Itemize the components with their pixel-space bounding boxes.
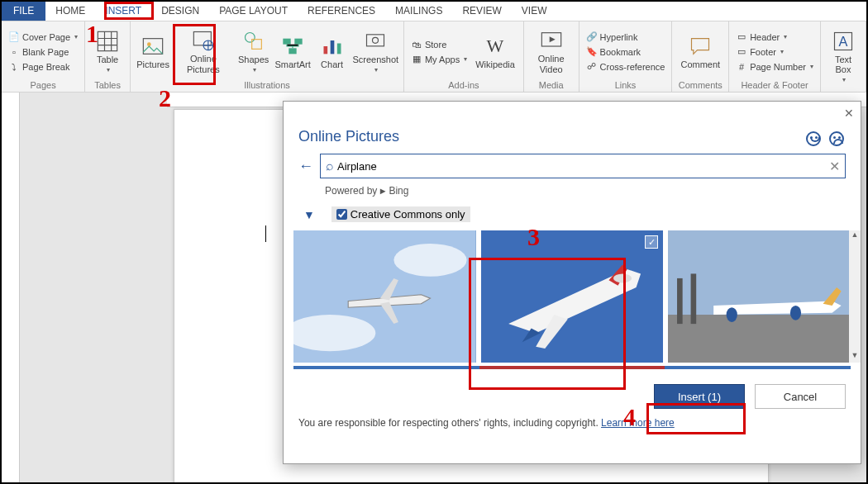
tab-design[interactable]: DESIGN	[151, 2, 209, 21]
pagenum-button[interactable]: #Page Number	[734, 60, 815, 74]
svg-rect-9	[289, 48, 296, 54]
header-icon: ▭	[736, 31, 747, 43]
myapps-icon: ▦	[411, 54, 422, 65]
table-icon	[96, 30, 119, 53]
textbox-icon: A	[832, 30, 855, 53]
blank-page-button[interactable]: ▫Blank Page	[7, 45, 79, 59]
group-label-pages: Pages	[5, 80, 81, 92]
chart-button[interactable]: Chart	[313, 23, 351, 80]
results-scrollbar[interactable]: ▲▼	[849, 230, 861, 363]
group-label-hf: Header & Footer	[732, 80, 817, 92]
close-icon[interactable]: ✕	[844, 107, 854, 120]
thumb-selected-icon: ✓	[645, 235, 658, 249]
smartart-button[interactable]: SmartArt	[273, 23, 313, 80]
group-label-tables: Tables	[88, 80, 126, 92]
myapps-button[interactable]: ▦My Apps	[409, 53, 469, 66]
comment-button[interactable]: Comment	[675, 23, 725, 80]
tab-insert[interactable]: INSERT	[95, 2, 151, 21]
cancel-button[interactable]: Cancel	[755, 384, 846, 409]
filter-icon[interactable]: ▼	[303, 208, 315, 221]
svg-rect-25	[677, 278, 683, 324]
result-thumb-2[interactable]: ✓	[481, 230, 664, 363]
screenshot-icon	[364, 30, 387, 53]
svg-rect-11	[330, 40, 334, 54]
feedback-happy-icon[interactable]	[806, 131, 821, 146]
tab-mailings[interactable]: MAILINGS	[385, 2, 452, 21]
online-pictures-button[interactable]: Online Pictures	[172, 23, 235, 80]
pictures-button[interactable]: Pictures	[134, 23, 172, 80]
screenshot-button[interactable]: Screenshot	[351, 23, 400, 80]
back-button[interactable]: ←	[298, 158, 313, 175]
blank-page-icon: ▫	[8, 46, 20, 58]
group-addins: 🛍Store ▦My Apps WWikipedia Add-ins	[404, 21, 524, 92]
crossref-icon: ☍	[586, 61, 598, 73]
tab-view[interactable]: VIEW	[512, 2, 557, 21]
header-button[interactable]: ▭Header	[734, 31, 815, 44]
dialog-title: Online Pictures	[284, 125, 861, 154]
result-thumb-3[interactable]	[668, 230, 851, 363]
tab-review[interactable]: REVIEW	[452, 2, 511, 21]
group-label-links: Links	[583, 80, 669, 92]
group-label-media: Media	[527, 80, 575, 92]
results-grid: ✓ ▲▼	[284, 230, 861, 363]
online-video-icon	[540, 29, 563, 52]
cc-only-input[interactable]	[336, 209, 347, 220]
hyperlink-icon: 🔗	[586, 31, 598, 43]
page-break-button[interactable]: ⤵Page Break	[7, 60, 79, 74]
svg-rect-0	[98, 31, 117, 50]
svg-point-22	[613, 273, 632, 282]
wikipedia-button[interactable]: WWikipedia	[470, 23, 520, 80]
group-tables: Table Tables	[85, 21, 131, 92]
svg-point-5	[245, 33, 255, 43]
tab-page-layout[interactable]: PAGE LAYOUT	[209, 2, 298, 21]
svg-rect-13	[367, 35, 384, 46]
hyperlink-button[interactable]: 🔗Hyperlink	[584, 31, 667, 44]
group-label-text	[824, 90, 862, 92]
text-cursor	[265, 225, 266, 242]
learn-more-link[interactable]: Learn more here	[601, 417, 675, 429]
comment-icon	[689, 35, 712, 58]
svg-text:A: A	[839, 34, 848, 49]
shapes-button[interactable]: Shapes	[235, 23, 273, 80]
clear-search-icon[interactable]: ✕	[829, 159, 840, 174]
svg-point-14	[373, 37, 379, 43]
tab-references[interactable]: REFERENCES	[298, 2, 385, 21]
page-break-icon: ⤵	[8, 61, 20, 73]
cover-page-icon: 📄	[8, 31, 20, 43]
insert-button[interactable]: Insert (1)	[654, 384, 745, 409]
svg-rect-7	[283, 38, 290, 44]
group-text: AText Box	[821, 21, 866, 92]
textbox-button[interactable]: AText Box	[824, 23, 862, 90]
chart-icon	[321, 35, 344, 58]
group-label-illustrations: Illustrations	[134, 80, 400, 92]
group-label-comments: Comments	[675, 80, 725, 92]
search-icon: ⌕	[326, 159, 334, 173]
tab-home[interactable]: HOME	[45, 2, 95, 21]
pictures-icon	[141, 35, 165, 58]
footer-icon: ▭	[736, 46, 747, 58]
svg-rect-10	[323, 46, 327, 54]
svg-rect-8	[294, 38, 302, 44]
svg-rect-12	[336, 43, 341, 54]
store-icon: 🛍	[411, 39, 422, 50]
crossref-button[interactable]: ☍Cross-reference	[584, 60, 667, 74]
result-thumb-1[interactable]	[293, 230, 476, 363]
smartart-icon	[281, 35, 304, 58]
footer-button[interactable]: ▭Footer	[734, 45, 815, 59]
search-input[interactable]	[337, 160, 829, 173]
group-label-addins: Add-ins	[408, 80, 520, 92]
bookmark-button[interactable]: 🔖Bookmark	[584, 45, 667, 59]
online-video-button[interactable]: Online Video	[527, 23, 575, 80]
vertical-ruler	[2, 93, 20, 484]
feedback-sad-icon[interactable]	[829, 131, 844, 146]
group-media: Online Video Media	[524, 21, 579, 92]
group-header-footer: ▭Header ▭Footer #Page Number Header & Fo…	[729, 21, 821, 92]
cover-page-button[interactable]: 📄Cover Page	[7, 31, 79, 44]
cc-only-checkbox[interactable]: Creative Commons only	[331, 206, 470, 222]
svg-rect-26	[691, 273, 697, 324]
store-button[interactable]: 🛍Store	[409, 38, 469, 51]
table-button[interactable]: Table	[88, 23, 126, 80]
search-box[interactable]: ⌕ ✕	[320, 154, 846, 178]
tab-file[interactable]: FILE	[2, 2, 45, 21]
ribbon-tabs: FILE HOME INSERT DESIGN PAGE LAYOUT REFE…	[2, 2, 866, 21]
